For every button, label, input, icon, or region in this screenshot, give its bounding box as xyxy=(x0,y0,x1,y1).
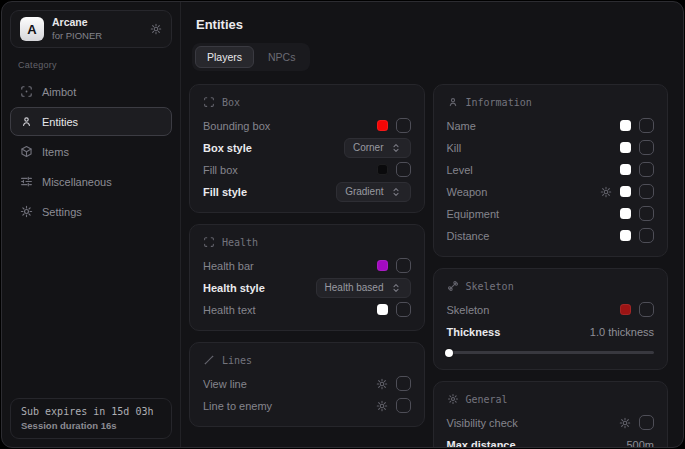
app-title: Arcane xyxy=(52,17,102,29)
bounding-box-checkbox[interactable] xyxy=(396,118,411,133)
sidebar-item-label: Settings xyxy=(42,206,82,218)
sidebar-item-items[interactable]: Items xyxy=(10,137,172,166)
view-line-settings-icon[interactable] xyxy=(376,378,388,390)
entities-icon xyxy=(20,115,33,128)
fill-box-color-swatch[interactable] xyxy=(377,164,388,175)
name-color-swatch[interactable] xyxy=(620,120,631,131)
row-label: View line xyxy=(203,378,247,390)
equipment-row: Equipment xyxy=(447,203,655,224)
box-card: Box Bounding box Box style Corne xyxy=(189,84,425,213)
visibility-check-settings-icon[interactable] xyxy=(619,417,631,429)
bone-icon xyxy=(447,280,459,292)
line-to-enemy-row: Line to enemy xyxy=(203,395,411,416)
level-row: Level xyxy=(447,159,655,180)
row-label: Equipment xyxy=(447,208,500,220)
chevron-up-down-icon xyxy=(390,142,402,154)
gear-icon xyxy=(20,205,33,218)
name-checkbox[interactable] xyxy=(639,118,654,133)
bounding-box-row: Bounding box xyxy=(203,115,411,136)
level-checkbox[interactable] xyxy=(639,162,654,177)
page-title: Entities xyxy=(196,17,668,32)
dropdown-value: Corner xyxy=(353,142,384,153)
max-distance-value: 500m xyxy=(626,439,654,448)
level-color-swatch[interactable] xyxy=(620,164,631,175)
row-label: Kill xyxy=(447,142,462,154)
information-card-header: Information xyxy=(447,96,655,108)
tab-players[interactable]: Players xyxy=(195,46,254,68)
logo-text: Arcane for PIONER xyxy=(52,17,102,41)
sidebar-nav: Aimbot Entities Items Miscellaneous Sett… xyxy=(2,77,180,226)
fill-style-row: Fill style Gradient xyxy=(203,181,411,202)
row-label: Fill style xyxy=(203,186,247,198)
box-style-dropdown[interactable]: Corner xyxy=(344,138,411,158)
thickness-slider-handle[interactable] xyxy=(445,349,453,357)
weapon-row: Weapon xyxy=(447,181,655,202)
tab-bar: Players NPCs xyxy=(192,43,310,71)
sidebar-item-entities[interactable]: Entities xyxy=(10,107,172,136)
row-label: Max distance xyxy=(447,439,516,448)
equipment-color-swatch[interactable] xyxy=(620,208,631,219)
card-title: Information xyxy=(466,97,532,108)
information-card: Information Name Kill xyxy=(433,84,669,257)
skeleton-color-swatch[interactable] xyxy=(620,304,631,315)
entities-icon xyxy=(447,96,459,108)
row-label: Health bar xyxy=(203,260,254,272)
row-label: Bounding box xyxy=(203,120,270,132)
app-subtitle: for PIONER xyxy=(52,31,102,41)
weapon-color-swatch[interactable] xyxy=(620,186,631,197)
row-label: Name xyxy=(447,120,476,132)
line-to-enemy-settings-icon[interactable] xyxy=(376,400,388,412)
skeleton-checkbox[interactable] xyxy=(639,302,654,317)
kill-checkbox[interactable] xyxy=(639,140,654,155)
lines-card-header: Lines xyxy=(203,354,411,366)
health-style-row: Health style Health based xyxy=(203,277,411,298)
cube-icon xyxy=(20,145,33,158)
general-card: General Visibility check Max distance 50… xyxy=(433,381,669,447)
fill-style-dropdown[interactable]: Gradient xyxy=(336,182,410,202)
health-style-dropdown[interactable]: Health based xyxy=(316,278,411,298)
fill-box-checkbox[interactable] xyxy=(396,162,411,177)
sidebar-item-miscellaneous[interactable]: Miscellaneous xyxy=(10,167,172,196)
chevron-up-down-icon xyxy=(390,186,402,198)
visibility-check-checkbox[interactable] xyxy=(639,415,654,430)
distance-checkbox[interactable] xyxy=(639,228,654,243)
distance-color-swatch[interactable] xyxy=(620,230,631,241)
general-card-header: General xyxy=(447,393,655,405)
weapon-checkbox[interactable] xyxy=(639,184,654,199)
lines-card: Lines View line Line to enemy xyxy=(189,342,425,427)
tab-npcs[interactable]: NPCs xyxy=(256,46,307,68)
app-window: A Arcane for PIONER Category Aimbot Enti… xyxy=(1,1,684,448)
frame-brackets-icon xyxy=(203,96,215,108)
sidebar-item-settings[interactable]: Settings xyxy=(10,197,172,226)
card-title: Lines xyxy=(222,355,252,366)
crosshair-icon xyxy=(20,85,33,98)
health-text-color-swatch[interactable] xyxy=(377,304,388,315)
main-content: Entities Players NPCs Box Bounding box xyxy=(181,2,683,447)
kill-color-swatch[interactable] xyxy=(620,142,631,153)
row-label: Weapon xyxy=(447,186,488,198)
card-title: Box xyxy=(222,97,240,108)
sidebar-item-aimbot[interactable]: Aimbot xyxy=(10,77,172,106)
row-label: Level xyxy=(447,164,473,176)
health-text-checkbox[interactable] xyxy=(396,302,411,317)
thickness-value: 1.0 thickness xyxy=(590,326,654,338)
health-bar-color-swatch[interactable] xyxy=(377,260,388,271)
thickness-slider[interactable] xyxy=(447,351,655,354)
equipment-checkbox[interactable] xyxy=(639,206,654,221)
dropdown-value: Health based xyxy=(325,282,384,293)
view-line-checkbox[interactable] xyxy=(396,376,411,391)
bounding-box-color-swatch[interactable] xyxy=(377,120,388,131)
sidebar: A Arcane for PIONER Category Aimbot Enti… xyxy=(2,2,181,447)
sub-expires-text: Sub expires in 15d 03h xyxy=(21,406,161,417)
left-column: Box Bounding box Box style Corne xyxy=(189,84,425,427)
health-text-row: Health text xyxy=(203,299,411,320)
row-label: Health text xyxy=(203,304,256,316)
box-card-header: Box xyxy=(203,96,411,108)
logo-settings-icon[interactable] xyxy=(150,23,162,35)
health-card: Health Health bar Health style H xyxy=(189,224,425,331)
line-to-enemy-checkbox[interactable] xyxy=(396,398,411,413)
weapon-settings-icon[interactable] xyxy=(600,186,612,198)
health-bar-checkbox[interactable] xyxy=(396,258,411,273)
app-logo: A xyxy=(20,17,44,41)
distance-row: Distance xyxy=(447,225,655,246)
